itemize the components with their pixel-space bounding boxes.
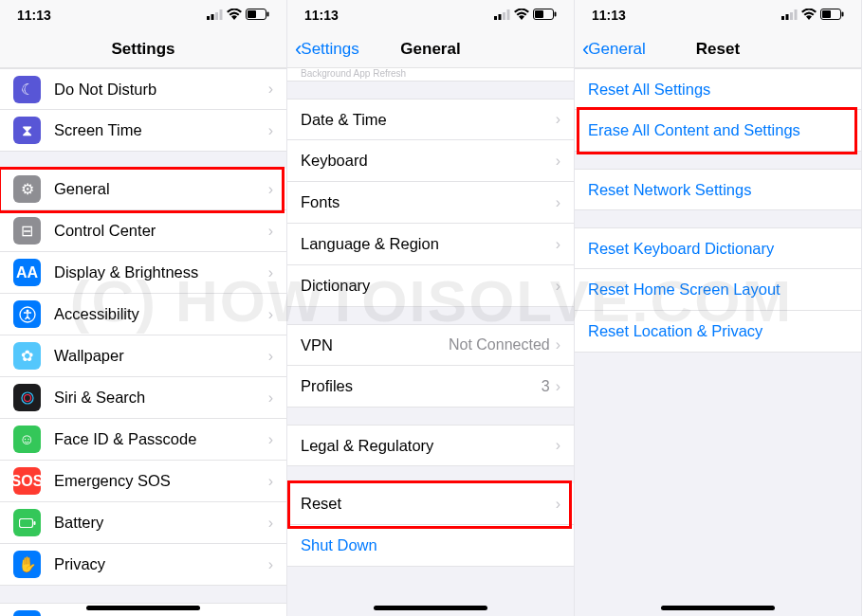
signal-icon	[207, 8, 223, 23]
row-label: Accessibility	[54, 305, 268, 323]
chevron-right-icon: ›	[556, 194, 560, 211]
svg-rect-26	[842, 12, 844, 17]
row-label: Shut Down	[301, 536, 560, 554]
row-dictionary[interactable]: Dictionary ›	[287, 265, 574, 307]
hand-icon: ✋	[13, 551, 41, 578]
chevron-right-icon: ›	[556, 236, 560, 253]
battery-icon	[820, 8, 844, 23]
status-icons	[207, 8, 269, 23]
row-erase-all-content-settings[interactable]: Erase All Content and Settings	[575, 110, 861, 152]
home-indicator[interactable]	[374, 606, 487, 610]
row-reset-network-settings[interactable]: Reset Network Settings	[575, 169, 861, 210]
chevron-right-icon: ›	[556, 111, 560, 128]
row-label: Screen Time	[54, 121, 268, 139]
chevron-right-icon: ›	[268, 81, 273, 98]
appstore-icon	[13, 610, 41, 617]
row-battery[interactable]: Battery ›	[0, 502, 286, 544]
row-label: Siri & Search	[54, 389, 268, 407]
row-vpn[interactable]: VPN Not Connected ›	[287, 324, 574, 366]
chevron-right-icon: ›	[556, 378, 560, 395]
row-reset-keyboard-dictionary[interactable]: Reset Keyboard Dictionary	[575, 227, 861, 269]
row-detail: 3	[542, 378, 550, 395]
row-reset-all-settings[interactable]: Reset All Settings	[575, 68, 861, 110]
reset-list: Reset All Settings Erase All Content and…	[575, 68, 861, 353]
row-label: Profiles	[301, 377, 542, 395]
row-wallpaper[interactable]: ✿ Wallpaper ›	[0, 335, 286, 377]
status-bar: 11:13	[0, 0, 286, 30]
status-icons	[781, 8, 844, 23]
row-do-not-disturb[interactable]: ☾ Do Not Disturb ›	[0, 68, 286, 110]
row-label: Reset Location & Privacy	[588, 322, 848, 340]
chevron-right-icon: ›	[268, 431, 273, 448]
row-reset[interactable]: Reset ›	[287, 483, 574, 525]
row-label: Reset	[301, 495, 556, 513]
wifi-icon	[514, 8, 529, 23]
phone-general: 11:13 ‹ Settings General Background App …	[287, 0, 575, 616]
row-label: Erase All Content and Settings	[588, 121, 848, 139]
svg-point-10	[24, 394, 30, 401]
signal-icon	[781, 8, 798, 23]
row-profiles[interactable]: Profiles 3 ›	[287, 366, 574, 408]
back-button[interactable]: ‹ Settings	[295, 39, 359, 60]
phone-settings: 11:13 Settings ☾ Do Not Disturb › ⧗ Sc	[0, 0, 287, 616]
accessibility-icon	[13, 300, 41, 328]
row-display-brightness[interactable]: AA Display & Brightness ›	[0, 252, 286, 294]
chevron-right-icon: ›	[268, 348, 273, 365]
row-detail: Not Connected	[449, 336, 550, 353]
status-time: 11:13	[304, 8, 339, 23]
row-date-time[interactable]: Date & Time ›	[287, 99, 574, 140]
svg-rect-1	[211, 14, 214, 20]
svg-rect-12	[33, 521, 35, 525]
switches-icon: ⊟	[13, 217, 41, 245]
home-indicator[interactable]	[86, 606, 200, 610]
row-language-region[interactable]: Language & Region ›	[287, 224, 574, 265]
signal-icon	[494, 8, 510, 23]
row-control-center[interactable]: ⊟ Control Center ›	[0, 210, 286, 252]
nav-bar: ‹ General Reset	[575, 30, 861, 68]
svg-rect-11	[19, 518, 32, 527]
row-legal-regulatory[interactable]: Legal & Regulatory ›	[287, 425, 574, 466]
back-label: Settings	[301, 40, 358, 59]
row-shut-down[interactable]: Shut Down	[287, 525, 574, 567]
row-keyboard[interactable]: Keyboard ›	[287, 140, 574, 182]
row-label: Privacy	[54, 555, 268, 573]
row-emergency-sos[interactable]: SOS Emergency SOS ›	[0, 461, 286, 502]
row-label: VPN	[301, 336, 449, 354]
wifi-icon	[801, 8, 817, 23]
row-general[interactable]: ⚙ General ›	[0, 169, 286, 210]
back-button[interactable]: ‹ General	[582, 39, 646, 60]
flower-icon: ✿	[13, 342, 41, 370]
chevron-right-icon: ›	[556, 278, 560, 295]
chevron-right-icon: ›	[268, 122, 273, 139]
moon-icon: ☾	[13, 76, 41, 103]
chevron-right-icon: ›	[268, 556, 273, 573]
row-screen-time[interactable]: ⧗ Screen Time ›	[0, 110, 286, 152]
hourglass-icon: ⧗	[13, 117, 41, 144]
phone-reset: 11:13 ‹ General Reset Reset All Settings…	[575, 0, 862, 616]
home-indicator[interactable]	[661, 606, 775, 610]
row-label: Keyboard	[301, 152, 556, 170]
row-label: Fonts	[301, 193, 556, 211]
row-label: Dictionary	[301, 277, 556, 295]
row-privacy[interactable]: ✋ Privacy ›	[0, 544, 286, 586]
row-label: Legal & Regulatory	[301, 437, 556, 455]
row-label: Face ID & Passcode	[54, 430, 268, 448]
row-accessibility[interactable]: Accessibility ›	[0, 294, 286, 335]
svg-rect-16	[507, 9, 510, 20]
row-label: Display & Brightness	[54, 263, 268, 281]
siri-icon	[13, 384, 41, 411]
svg-rect-13	[494, 16, 497, 20]
chevron-right-icon: ›	[556, 153, 560, 170]
page-title: General	[400, 40, 460, 59]
row-label: Reset Network Settings	[588, 181, 848, 199]
svg-rect-2	[215, 12, 218, 20]
svg-point-8	[26, 309, 28, 312]
svg-rect-21	[786, 14, 789, 20]
row-fonts[interactable]: Fonts ›	[287, 182, 574, 224]
row-reset-location-privacy[interactable]: Reset Location & Privacy	[575, 311, 861, 353]
row-reset-home-screen-layout[interactable]: Reset Home Screen Layout	[575, 269, 861, 311]
chevron-right-icon: ›	[268, 181, 273, 198]
row-faceid-passcode[interactable]: ☺ Face ID & Passcode ›	[0, 419, 286, 461]
row-siri-search[interactable]: Siri & Search ›	[0, 377, 286, 419]
row-label: Date & Time	[301, 111, 556, 129]
